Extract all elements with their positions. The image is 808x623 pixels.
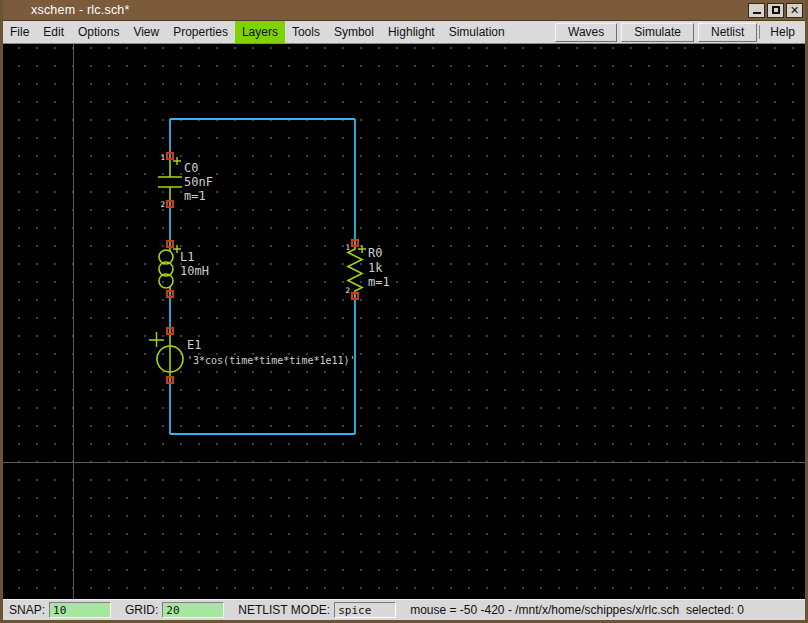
capacitor-plus-mark (173, 157, 181, 165)
statusbar: SNAP: GRID: NETLIST MODE: mouse = -50 -4… (3, 599, 805, 620)
resistor-mult: m=1 (368, 275, 390, 289)
netlist-mode-label: NETLIST MODE: (238, 603, 330, 617)
waves-button[interactable]: Waves (555, 23, 617, 42)
component-resistor[interactable]: 1 2 R0 1k m=1 (345, 240, 389, 299)
window-controls: ✕ (748, 3, 805, 18)
schematic-canvas[interactable]: 1 2 C0 50nF m=1 L1 10mH (3, 44, 805, 599)
component-capacitor[interactable]: 1 2 C0 50nF m=1 (158, 153, 213, 209)
schematic-drawing: 1 2 C0 50nF m=1 L1 10mH (3, 44, 805, 599)
menu-options[interactable]: Options (71, 21, 126, 43)
capacitor-pin2-number: 2 (160, 200, 165, 209)
window-title: xschem - rlc.sch* (31, 3, 130, 17)
resistor-value: 1k (368, 261, 383, 275)
menu-layers[interactable]: Layers (235, 21, 285, 43)
resistor-plus-mark (358, 245, 366, 253)
menu-highlight[interactable]: Highlight (381, 21, 442, 43)
capacitor-plates (158, 177, 182, 187)
menu-help[interactable]: Help (759, 25, 805, 39)
source-ref: E1 (187, 338, 201, 352)
snap-label: SNAP: (9, 603, 45, 617)
mouse-status-text: mouse = -50 -420 - /mnt/x/home/schippes/… (410, 603, 744, 617)
menu-properties[interactable]: Properties (166, 21, 235, 43)
menu-actions: Waves Simulate Netlist Help (553, 21, 805, 43)
inductor-ref: L1 (180, 250, 194, 264)
simulate-button[interactable]: Simulate (621, 23, 694, 42)
menu-tools[interactable]: Tools (285, 21, 327, 43)
resistor-ref: R0 (368, 246, 382, 260)
resistor-zigzag (348, 243, 362, 296)
netlist-button[interactable]: Netlist (698, 23, 757, 42)
netlist-mode-input[interactable] (334, 602, 396, 618)
menu-symbol[interactable]: Symbol (327, 21, 381, 43)
resistor-pin1-number: 1 (345, 243, 350, 252)
close-icon: ✕ (790, 5, 799, 16)
capacitor-mult: m=1 (184, 189, 206, 203)
menu-edit[interactable]: Edit (36, 21, 71, 43)
menubar: File Edit Options View Properties Layers… (3, 21, 805, 44)
source-plus-mark (149, 332, 164, 347)
capacitor-ref: C0 (184, 161, 198, 175)
source-value: '3*cos(time*time*time*1e11)' (187, 355, 356, 366)
capacitor-pin1-number: 1 (160, 153, 165, 162)
titlebar[interactable]: xschem - rlc.sch* ✕ (3, 0, 805, 21)
menu-simulation[interactable]: Simulation (442, 21, 512, 43)
grid-label: GRID: (125, 603, 158, 617)
resistor-pin2-number: 2 (345, 286, 350, 295)
minimize-button[interactable] (748, 3, 765, 18)
menu-view[interactable]: View (126, 21, 166, 43)
component-source[interactable]: E1 '3*cos(time*time*time*1e11)' (149, 328, 356, 383)
capacitor-value: 50nF (184, 175, 213, 189)
minimize-icon (753, 6, 761, 14)
maximize-button[interactable] (767, 3, 784, 18)
xschem-window: xschem - rlc.sch* ✕ File Edit Options Vi… (0, 0, 808, 623)
inductor-value: 10mH (180, 264, 209, 278)
menu-file[interactable]: File (3, 21, 36, 43)
component-inductor[interactable]: L1 10mH (159, 241, 209, 297)
maximize-icon (772, 6, 780, 14)
close-button[interactable]: ✕ (786, 3, 803, 18)
snap-input[interactable] (49, 602, 111, 618)
grid-input[interactable] (162, 602, 224, 618)
